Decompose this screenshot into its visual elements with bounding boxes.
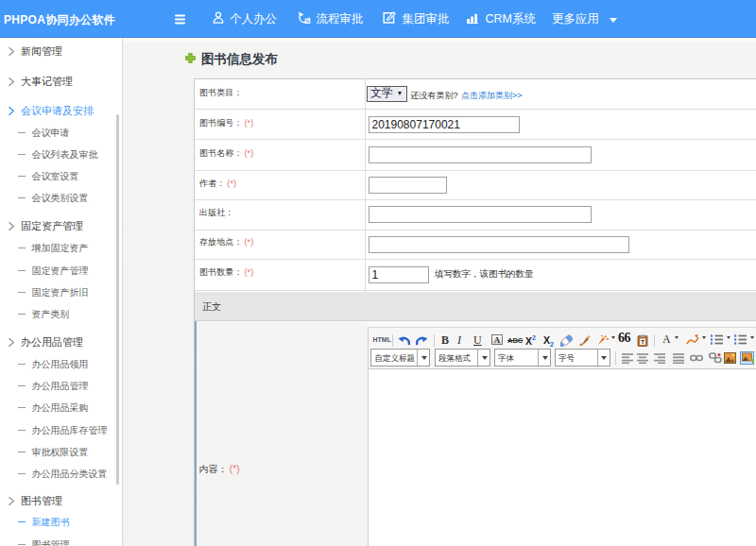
svg-text:T: T [641, 338, 644, 344]
